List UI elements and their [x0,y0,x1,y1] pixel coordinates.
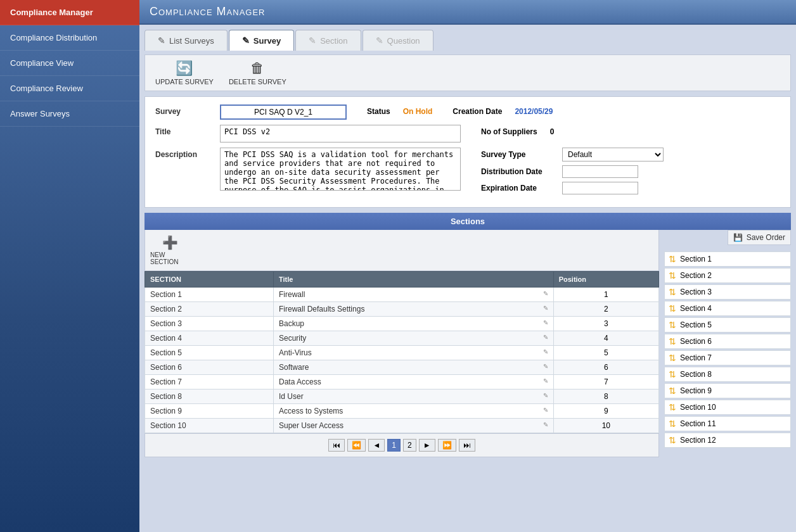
reorder-arrows[interactable]: ⇅ [669,386,676,396]
page-first-button[interactable]: ⏮ [328,439,345,452]
expiration-date-input[interactable] [562,182,638,194]
edit-icon[interactable]: ✎ [543,348,548,355]
reorder-arrows[interactable]: ⇅ [669,435,676,445]
table-row: Section 7 Data Access✎ 7 [145,375,659,390]
col-section: SECTION [145,272,274,288]
section-name[interactable]: Section 4 [145,331,274,346]
survey-row: Survey Status On Hold Creation Date 2012… [155,104,780,120]
reorder-arrows[interactable]: ⇅ [669,254,676,264]
new-section-label: NEW SECTION [150,251,189,265]
tab-label-list-surveys: List Surveys [169,36,214,46]
edit-icon[interactable]: ✎ [543,377,548,384]
reorder-arrows[interactable]: ⇅ [669,270,676,281]
section-name[interactable]: Section 6 [145,360,274,375]
page-prev-button[interactable]: ◄ [368,439,385,452]
distribution-date-input[interactable] [562,165,638,178]
list-item: ⇅Section 5 [664,317,791,332]
section-title: Anti-Virus✎ [274,346,554,360]
sidebar: Compliance ManagerCompliance Distributio… [0,0,139,532]
reorder-arrows[interactable]: ⇅ [669,369,676,379]
edit-icon[interactable]: ✎ [543,363,548,370]
sidebar-item-compliance-review[interactable]: Compliance Review [0,76,139,101]
section-name[interactable]: Section 2 [145,302,274,317]
page-last-button[interactable]: ⏭ [459,439,475,452]
reorder-arrows[interactable]: ⇅ [669,402,676,412]
survey-input[interactable] [220,104,347,120]
sidebar-item-answer-surveys[interactable]: Answer Surveys [0,101,139,127]
section-name[interactable]: Section 8 [145,390,274,404]
sidebar-item-compliance-manager[interactable]: Compliance Manager [0,0,139,25]
edit-icon[interactable]: ✎ [543,334,548,341]
section-name[interactable]: Section 5 [145,346,274,360]
order-item-label: Section 2 [680,271,712,280]
tab-icon-survey: ✎ [242,35,250,46]
save-order-button[interactable]: 💾 Save Order [728,230,791,245]
sidebar-item-compliance-view[interactable]: Compliance View [0,51,139,76]
list-item: ⇅Section 7 [664,350,791,365]
page-title: Compliance Manager [150,5,265,18]
reorder-arrows[interactable]: ⇅ [669,320,676,330]
order-list: ⇅Section 1⇅Section 2⇅Section 3⇅Section 4… [664,251,791,448]
page-next-button[interactable]: ► [419,439,435,452]
section-title: Security✎ [274,331,554,346]
new-section-button[interactable]: ➕ NEW SECTION [148,232,192,268]
expiration-date-label: Expiration Date [481,184,557,193]
edit-icon[interactable]: ✎ [543,407,548,414]
table-row: Section 5 Anti-Virus✎ 5 [145,346,659,360]
list-item: ⇅Section 8 [664,367,791,382]
tab-section: ✎Section [295,30,361,51]
page-prev-fast-button[interactable]: ⏪ [347,439,366,452]
delete-icon: 🗑 [250,60,264,77]
edit-icon[interactable]: ✎ [543,319,548,326]
page-2-button[interactable]: 2 [403,439,416,452]
tab-label-question: Question [387,36,420,46]
reorder-arrows[interactable]: ⇅ [669,419,676,429]
page-next-fast-button[interactable]: ⏩ [438,439,456,452]
reorder-arrows[interactable]: ⇅ [669,303,676,314]
col-position: Position [553,272,658,288]
section-title: Firewall Defaults Settings✎ [274,302,554,317]
section-position: 4 [553,331,658,346]
section-title: Super User Access✎ [274,419,554,433]
section-position: 2 [553,302,658,317]
table-row: Section 10 Super User Access✎ 10 [145,419,659,433]
table-row: Section 3 Backup✎ 3 [145,317,659,331]
tab-survey[interactable]: ✎Survey [229,30,294,51]
list-item: ⇅Section 12 [664,433,791,448]
suppliers-value: 0 [550,125,555,136]
reorder-arrows[interactable]: ⇅ [669,353,676,363]
section-name[interactable]: Section 7 [145,375,274,390]
page-1-button[interactable]: 1 [387,439,401,452]
order-item-label: Section 12 [680,436,716,445]
table-row: Section 6 Software✎ 6 [145,360,659,375]
description-input[interactable]: The PCI DSS SAQ is a validation tool for… [220,148,461,191]
delete-label: DELETE SURVEY [229,78,286,86]
reorder-arrows[interactable]: ⇅ [669,336,676,346]
section-name[interactable]: Section 1 [145,288,274,302]
edit-icon[interactable]: ✎ [543,305,548,312]
list-item: ⇅Section 4 [664,301,791,316]
tab-list-surveys[interactable]: ✎List Surveys [144,30,228,51]
section-name[interactable]: Section 10 [145,419,274,433]
status-value: On Hold [403,104,433,116]
list-item: ⇅Section 10 [664,400,791,415]
section-title: Firewall✎ [274,288,554,302]
edit-icon[interactable]: ✎ [543,392,548,399]
section-title: Id User✎ [274,390,554,404]
title-input[interactable] [220,125,461,142]
section-name[interactable]: Section 3 [145,317,274,331]
sidebar-item-compliance-distribution[interactable]: Compliance Distribution [0,25,139,51]
edit-icon[interactable]: ✎ [543,290,548,297]
survey-type-select[interactable]: Default [562,148,664,162]
delete-survey-button[interactable]: 🗑 DELETE SURVEY [229,60,286,86]
reorder-arrows[interactable]: ⇅ [669,287,676,297]
suppliers-label: No of Suppliers [481,125,537,136]
update-survey-button[interactable]: 🔄 UPDATE SURVEY [155,60,214,86]
section-name[interactable]: Section 9 [145,404,274,419]
edit-icon[interactable]: ✎ [543,421,548,428]
section-title: Data Access✎ [274,375,554,390]
table-row: Section 1 Firewall✎ 1 [145,288,659,302]
section-position: 8 [553,390,658,404]
order-item-label: Section 11 [680,419,716,428]
table-row: Section 4 Security✎ 4 [145,331,659,346]
